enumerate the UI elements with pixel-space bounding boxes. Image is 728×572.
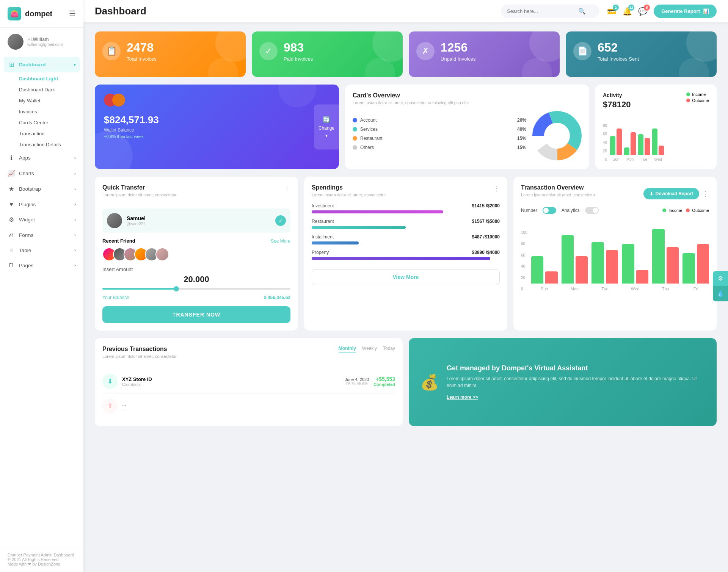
wallet-change: +0,8% than last week bbox=[104, 134, 330, 139]
sidebar-item-apps[interactable]: ℹ Apps › bbox=[0, 150, 83, 166]
mini-avatar-6 bbox=[155, 248, 169, 261]
sidebar-item-charts[interactable]: 📈 Charts › bbox=[0, 166, 83, 181]
mid-row: $824,571.93 Wallet Balance +0,8% than la… bbox=[95, 85, 717, 169]
stat-card-total: 📋 2478 Total Invoices bbox=[95, 31, 246, 77]
dashboard-submenu: Dashboard Light Dashboard Dark My Wallet… bbox=[0, 73, 83, 150]
wallet-amount: $824,571.93 bbox=[104, 114, 330, 126]
chat-icon-btn[interactable]: 💬 5 bbox=[638, 7, 648, 16]
va-icon: 💰 bbox=[420, 373, 439, 391]
trans-name-2: ... bbox=[122, 401, 395, 407]
sidebar-item-bootstrap[interactable]: ★ Bootstrap › bbox=[0, 181, 83, 197]
label-wed-big: Wed bbox=[622, 287, 648, 291]
income-legend: Income bbox=[686, 92, 709, 97]
spending-amount-investment: $1415 /$2000 bbox=[472, 203, 500, 208]
transaction-overview-card: Transaction Overview Lorem ipsum dolor s… bbox=[513, 177, 717, 331]
sidebar-subitem-transaction-details[interactable]: Transaction Details bbox=[19, 139, 83, 150]
table-icon: ≡ bbox=[8, 247, 15, 254]
income-label-big: Income bbox=[668, 208, 682, 213]
search-input[interactable] bbox=[507, 8, 575, 14]
sidebar-subitem-dashboard-dark[interactable]: Dashboard Dark bbox=[19, 84, 83, 95]
hamburger-icon[interactable]: ☰ bbox=[69, 9, 76, 18]
wallet-icon-btn[interactable]: 💳 2 bbox=[607, 7, 617, 16]
outcome-legend: Outcome bbox=[686, 98, 709, 103]
tab-today[interactable]: Today bbox=[383, 346, 395, 353]
toggle-label-number: Number bbox=[521, 208, 537, 213]
amount-value: 20.000 bbox=[102, 274, 290, 284]
download-report-button[interactable]: ⬇ Download Report bbox=[643, 188, 699, 199]
sidebar-item-label: Apps bbox=[19, 155, 31, 161]
trans-dots-menu[interactable]: ⋮ bbox=[702, 190, 709, 198]
chevron-right-icon: › bbox=[74, 186, 76, 192]
big-bar-mon-outcome bbox=[576, 256, 588, 284]
income-dot-big bbox=[662, 208, 666, 212]
spendings-dots-menu[interactable]: ⋮ bbox=[493, 184, 500, 193]
sidebar-item-pages[interactable]: 🗒 Pages › bbox=[0, 258, 83, 273]
sidebar-subitem-my-wallet[interactable]: My Wallet bbox=[19, 95, 83, 106]
change-button[interactable]: 🔄 Change ▾ bbox=[314, 104, 339, 149]
balance-row: Your Balance $ 456,345.62 bbox=[102, 295, 290, 300]
quick-transfer-title: Quick Transfer bbox=[102, 184, 177, 191]
va-title: Get managed by Dompet's Virtual Assistan… bbox=[447, 364, 705, 372]
sidebar-subitem-transaction[interactable]: Transaction bbox=[19, 128, 83, 139]
table-row: ⬇ XYZ Store ID Cashback June 4, 2020 05:… bbox=[102, 369, 395, 394]
va-learn-more-link[interactable]: Learn more >> bbox=[447, 395, 478, 400]
trans-amount: +$5,553 bbox=[373, 376, 395, 382]
see-all-link[interactable]: See More bbox=[271, 238, 290, 244]
label-wed: Wed bbox=[652, 157, 664, 161]
number-toggle[interactable] bbox=[543, 207, 556, 214]
bar-wed-income bbox=[652, 129, 657, 155]
va-desc: Lorem ipsum dolor sit amet, consectetur … bbox=[447, 375, 705, 389]
dots-menu-icon[interactable]: ⋮ bbox=[284, 184, 290, 193]
logo-icon: 👛 bbox=[8, 7, 21, 20]
label-tue-big: Tue bbox=[592, 287, 618, 291]
trans-type: Cashback bbox=[122, 382, 340, 387]
stat-label-total: Total Invoices bbox=[127, 56, 157, 62]
generate-report-button[interactable]: Generate Report 📊 bbox=[654, 5, 717, 18]
recent-friend-row: Recent Friend See More bbox=[102, 238, 290, 244]
footer-made-with: Made with ❤ by DesignZone bbox=[8, 562, 76, 567]
spending-amount-restaurant: $1567 /$5000 bbox=[472, 219, 500, 224]
trans-overview-desc: Lorem ipsum dolor sit amet, consectetur bbox=[521, 193, 595, 197]
sidebar-subitem-dashboard-light[interactable]: Dashboard Light bbox=[19, 73, 83, 84]
transfer-now-button[interactable]: TRANSFER NOW bbox=[102, 306, 290, 323]
svg-point-4 bbox=[545, 124, 569, 147]
chart-legend: Income Outcome bbox=[662, 208, 709, 213]
sidebar-item-plugins[interactable]: ♥ Plugins › bbox=[0, 197, 83, 212]
content-area: 📋 2478 Total Invoices ✓ 983 Paid Invoice… bbox=[83, 22, 728, 572]
trans-date: June 4, 2020 bbox=[345, 377, 369, 382]
sidebar-item-label: Widget bbox=[19, 217, 35, 223]
sidebar-subitem-invoices[interactable]: Invoices bbox=[19, 106, 83, 117]
sidebar-item-dashboard[interactable]: ⊞ Dashboard ▾ bbox=[4, 57, 80, 72]
view-more-button[interactable]: View More bbox=[312, 269, 500, 285]
footer-copyright: © 2021 All Rights Reserved bbox=[8, 557, 76, 562]
spending-bar-investment bbox=[312, 210, 443, 213]
tab-monthly[interactable]: Monthly bbox=[339, 346, 356, 353]
settings-float-button[interactable]: ⚙ bbox=[713, 271, 728, 286]
legend-dot-account bbox=[353, 118, 357, 122]
activity-chart: 806040200 Sun Mon Tue W bbox=[603, 113, 709, 161]
spending-label-restaurant: Restaurant bbox=[312, 219, 334, 224]
trans-overview-title: Transaction Overview bbox=[521, 184, 595, 191]
tab-weekly[interactable]: Weekly bbox=[362, 346, 377, 353]
sidebar-subitem-cards-center[interactable]: Cards Center bbox=[19, 117, 83, 128]
chevron-right-icon: › bbox=[74, 232, 76, 238]
activity-title: Activity bbox=[603, 92, 631, 98]
upload-arrow-icon: ⬆ bbox=[107, 402, 113, 410]
user-greeting: Hi,William bbox=[27, 37, 63, 42]
bell-icon-btn[interactable]: 🔔 12 bbox=[623, 7, 632, 16]
dashboard-icon: ⊞ bbox=[8, 61, 15, 68]
sidebar-item-table[interactable]: ≡ Table › bbox=[0, 243, 83, 258]
big-bar-wed-income bbox=[622, 244, 634, 284]
sidebar-item-widget[interactable]: ⚙ Widget › bbox=[0, 212, 83, 227]
spending-amount-property: $3890 /$4000 bbox=[472, 250, 500, 255]
water-float-button[interactable]: 💧 bbox=[713, 286, 728, 301]
spending-amount-installment: $487 /$10000 bbox=[472, 234, 500, 240]
slider-wrap[interactable] bbox=[102, 288, 290, 290]
analytics-toggle[interactable] bbox=[585, 207, 599, 214]
nav-section: ⊞ Dashboard ▾ Dashboard Light Dashboard … bbox=[0, 56, 83, 547]
cards-legend: Account 20% Services 40% Restaurant 15% bbox=[353, 118, 526, 154]
bar-chart-icon: 📊 bbox=[703, 8, 709, 14]
legend-pct-restaurant: 15% bbox=[517, 136, 526, 141]
sidebar-item-forms[interactable]: 🖨 Forms › bbox=[0, 227, 83, 243]
legend-others: Others 15% bbox=[353, 145, 526, 150]
